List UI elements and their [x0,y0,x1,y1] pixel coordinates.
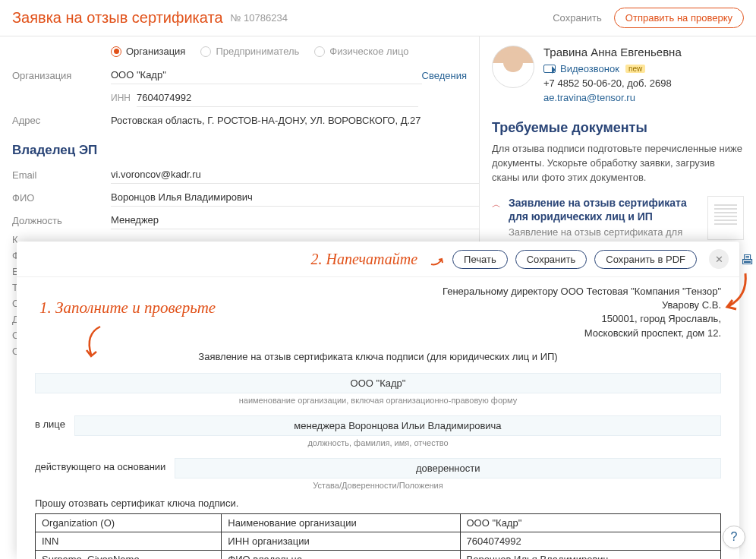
docs-section-title: Требуемые документы [492,120,744,136]
email-row: Email vi.voroncov@kadr.ru [12,166,479,184]
inn-row: ИНН 7604074992 [12,89,479,107]
table-cell: Воронцов Илья Владимирович [460,550,721,559]
fio-label: ФИО [12,192,111,204]
addr-line: Московский проспект, дом 12. [35,327,721,340]
position-label: Должность [12,215,111,226]
video-call-label: Видеозвонок [560,63,619,74]
annotation-step1: 1. Заполните и проверьте [39,298,216,317]
radio-phys-label: Физическое лицо [329,46,408,57]
doc-person-row: в лице менеджера Воронцова Ильи Владимир… [35,412,721,436]
page-header: Заявка на отзыв сертификата № 10786234 С… [0,0,756,36]
radio-dot-icon [314,46,325,57]
address-row: Адрес Ростовская область, Г. РОСТОВ-НА-Д… [12,112,479,129]
table-row: Surname, GivenNameФИО владельцаВоронцов … [36,550,721,559]
addr-line: Генеральному директору ООО Тестовая "Ком… [35,285,721,298]
radio-dot-icon [200,46,211,57]
address-label: Адрес [12,115,111,126]
save-button[interactable]: Сохранить [515,250,587,269]
doc-item-subtitle: Заявление на отзыв сертификата для [509,226,700,238]
close-button[interactable]: ✕ [709,249,729,269]
inn-input[interactable]: 7604074992 [137,89,418,107]
request-number: № 10786234 [231,12,288,24]
overlay-body: 1. Заполните и проверьте Генеральному ди… [17,277,739,559]
help-button[interactable]: ? [723,526,745,548]
avatar [492,46,534,88]
basis-label: действующего на основании [35,461,165,472]
submit-button[interactable]: Отправить на проверку [614,8,744,28]
doc-item-title: Заявление на отзыв сертификата для юриди… [509,196,700,225]
annotation-step2: 2. Напечатайте [310,251,417,268]
contact-info: Травина Анна Евгеньевна Видеозвонок new … [543,46,744,106]
close-icon: ✕ [715,254,723,265]
org-row: Организация ООО "Кадр" Сведения [12,66,479,84]
table-cell: Surname, GivenName [36,550,222,559]
camera-icon [543,65,556,73]
contact-phone: +7 4852 50-06-20, доб. 2698 [543,77,744,89]
doc-request-text: Прошу отозвать сертификат ключа подписи. [35,497,721,509]
owner-section-title: Владелец ЭП [12,143,479,158]
details-link[interactable]: Сведения [422,70,479,81]
help-icon: ? [731,530,738,544]
address-value[interactable]: Ростовская область, Г. РОСТОВ-НА-ДОНУ, У… [111,112,479,129]
contact-email[interactable]: ae.travina@tensor.ru [543,92,744,103]
doc-basis-caption: Устава/Доверенности/Положения [35,481,721,490]
document-preview-overlay: 2. Напечатайте Печать Сохранить Сохранит… [17,242,739,559]
doc-text: Заявление на отзыв сертификата для юриди… [509,196,700,238]
chevron-up-icon: ︿ [492,198,501,211]
radio-org-label: Организация [126,46,185,57]
email-label: Email [12,169,111,181]
fio-row: ФИО Воронцов Илья Владимирович [12,188,479,207]
radio-organization[interactable]: Организация [111,46,185,57]
table-cell: ИНН организации [222,532,460,550]
video-call-link[interactable]: Видеозвонок new [543,63,744,74]
contact-card: Травина Анна Евгеньевна Видеозвонок new … [492,46,744,106]
header-actions: Сохранить Отправить на проверку [553,8,744,28]
doc-item[interactable]: ︿ Заявление на отзыв сертификата для юри… [492,196,744,240]
position-row: Должность Менеджер [12,211,479,229]
curved-arrow-icon [721,270,751,311]
inn-label: ИНН [111,93,131,103]
table-row: INNИНН организации7604074992 [36,532,721,550]
printer-icon[interactable]: 🖶 [741,252,754,268]
table-cell: Organization (O) [36,513,222,532]
radio-individual[interactable]: Физическое лицо [314,46,408,57]
org-input[interactable]: ООО "Кадр" [111,66,422,84]
doc-person-field[interactable]: менеджера Воронцова Ильи Владимировича [74,415,721,436]
doc-org-caption: наименование организации, включая органи… [35,396,721,405]
overlay-header: 2. Напечатайте Печать Сохранить Сохранит… [17,242,739,277]
table-cell: ФИО владельца [222,550,460,559]
cert-details-table: Organization (O)Наименование организации… [35,513,721,559]
table-cell: Наименование организации [222,513,460,532]
radio-dot-icon [111,46,121,57]
doc-thumbnail[interactable] [707,196,744,240]
person-label: в лице [35,418,65,430]
table-cell: INN [36,532,222,550]
doc-basis-row: действующего на основании доверенности [35,455,721,478]
position-input[interactable]: Менеджер [111,211,479,229]
new-badge: new [625,65,645,73]
doc-title: Заявление на отзыв сертификата ключа под… [35,351,721,362]
fio-input[interactable]: Воронцов Илья Владимирович [111,188,479,207]
table-cell: 7604074992 [460,532,721,550]
radio-entrepreneur[interactable]: Предприниматель [200,46,299,57]
entity-type-radios: Организация Предприниматель Физическое л… [111,46,479,57]
save-pdf-button[interactable]: Сохранить в PDF [594,250,697,269]
doc-org-field[interactable]: ООО "Кадр" [35,373,721,393]
doc-basis-field[interactable]: доверенности [175,458,721,478]
org-label: Организация [12,70,111,81]
save-link[interactable]: Сохранить [553,12,602,24]
email-input[interactable]: vi.voroncov@kadr.ru [111,166,479,184]
arrow-down-icon [77,323,115,361]
contact-name: Травина Анна Евгеньевна [543,46,744,58]
arrow-icon [430,251,445,267]
doc-person-caption: должность, фамилия, имя, отчество [35,438,721,447]
radio-ip-label: Предприниматель [216,46,299,57]
page-title: Заявка на отзыв сертификата [12,9,223,27]
docs-description: Для отзыва подписи подготовьте перечисле… [492,142,744,185]
table-row: Organization (O)Наименование организации… [36,513,721,532]
table-cell: ООО "Кадр" [460,513,721,532]
print-button[interactable]: Печать [452,250,508,269]
